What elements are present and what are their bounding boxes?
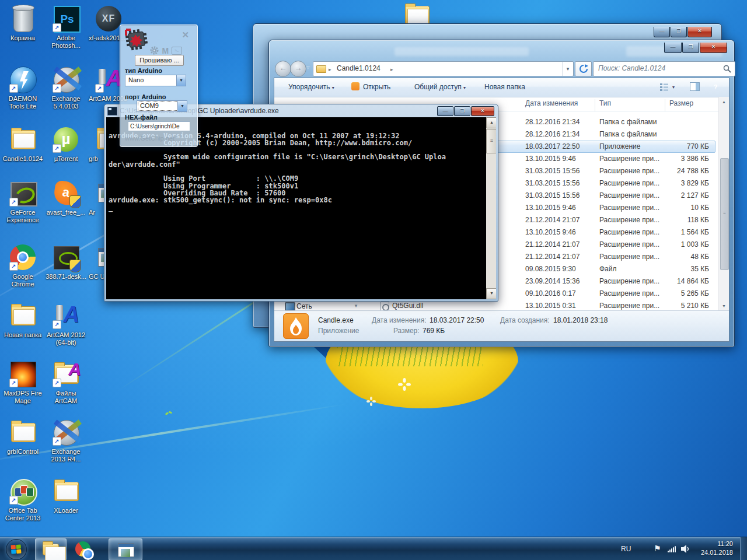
desktop-icon-geforce[interactable]: ↗ GeForce Experience [1, 179, 44, 224]
desktop-icon-artcam-2012[interactable]: A↗ ArtCAM 2012 (64-bit) [44, 302, 88, 346]
file-list-scrollbar[interactable]: ▲ ≡ ▼ [718, 97, 729, 311]
details-created-label: Дата создания: [500, 316, 550, 324]
desktop-icon-photoshop[interactable]: Ps↗ Adobe Photosh... [44, 5, 88, 50]
start-button[interactable] [6, 539, 27, 560]
desktop-icon-office-tab[interactable]: ↗ Office Tab Center 2013 [1, 477, 44, 522]
language-indicator[interactable]: RU [621, 545, 631, 560]
column-header-date[interactable]: Дата изменения [525, 99, 578, 111]
details-modified-label: Дата изменения: [372, 316, 427, 324]
clock-time: 11:20 [694, 540, 733, 548]
scroll-up-icon[interactable]: ▲ [486, 117, 496, 128]
icon-label: Новая папка [1, 331, 44, 339]
file-size: 118 КБ [653, 214, 709, 226]
tray-clock[interactable]: 11:20 24.01.2018 [694, 540, 733, 557]
folder-icon [11, 130, 36, 149]
search-box[interactable]: Поиск: Candle1.0124 [593, 61, 735, 76]
file-type: Расширение при... [599, 288, 659, 300]
close-icon[interactable]: ✕ [181, 30, 189, 40]
details-file-name: Candle.exe [318, 316, 354, 324]
file-name[interactable]: Qt5Gui.dll [392, 302, 423, 310]
address-bar[interactable]: ▸ Candle1.0124 ▸ ▾ [313, 61, 574, 76]
gc-uploader-window[interactable]: ✕ M >_ Прошиваю ... тип Arduino Nano ▾ п… [120, 24, 198, 147]
shortcut-arrow-icon: ↗ [53, 84, 61, 93]
desktop-icon-exchange-2013[interactable]: ↗ Exchange 2013 R4... [44, 418, 88, 463]
icon-label: µTorrent [44, 155, 88, 163]
nav-scroll-down-icon[interactable]: ▼ [354, 303, 358, 309]
column-divider[interactable] [595, 99, 595, 111]
open-button[interactable]: Открыть [363, 83, 390, 91]
column-header-type[interactable]: Тип [599, 99, 611, 111]
scroll-thumb[interactable]: ≡ [720, 158, 729, 270]
desktop-icon-new-folder[interactable]: Новая папка [1, 302, 44, 339]
icon-label: DAEMON Tools Lite [1, 95, 44, 110]
minimize-button[interactable]: — [664, 43, 682, 53]
flash-progress-button[interactable]: Прошиваю ... [135, 55, 184, 66]
organize-menu[interactable]: Упорядочить ▾ [288, 83, 334, 91]
minimize-button[interactable]: — [654, 27, 670, 37]
chrome-icon [75, 541, 90, 556]
view-dropdown-icon[interactable]: ▾ [672, 85, 675, 90]
back-button[interactable]: ← [275, 61, 291, 77]
column-divider[interactable] [665, 99, 665, 111]
maximize-button[interactable]: ❐ [682, 43, 699, 53]
network-icon[interactable] [668, 537, 677, 560]
action-center-flag-icon[interactable]: ⚑ [654, 544, 661, 560]
arduino-port-select[interactable]: COM9 ▾ [137, 100, 187, 112]
scroll-down-icon[interactable]: ▼ [719, 301, 729, 311]
maximize-button[interactable]: ❐ [671, 27, 687, 37]
file-size: 24 788 КБ [653, 165, 709, 177]
hex-file-input[interactable]: C:\Users\grinch\De [128, 121, 190, 131]
desktop-icon-recycle-bin[interactable]: Корзина [1, 5, 44, 42]
folder-icon [54, 482, 79, 501]
close-button[interactable]: ✕ [687, 27, 712, 37]
desktop-icon-grblcontrol[interactable]: grblControl [1, 418, 44, 456]
desktop-icon-maxdps[interactable]: ↗ MaxDPS Fire Mage [1, 360, 44, 405]
desktop-icon-xloader[interactable]: XLoader [44, 477, 88, 514]
m-mode-icon[interactable]: M [162, 46, 169, 55]
view-list-icon[interactable] [659, 82, 669, 92]
console-scrollbar[interactable]: ▲ ≡ ▼ [486, 117, 496, 299]
nav-item-network[interactable]: Сеть [296, 302, 312, 310]
desktop-icon-nvidia-driver[interactable]: 388.71-desk... [44, 243, 88, 281]
taskbar-chrome-button[interactable] [69, 538, 97, 559]
icon-label: Adobe Photosh... [44, 34, 88, 50]
taskbar-app-button[interactable] [109, 538, 142, 560]
desktop-icon-chrome[interactable]: ↗ Google Chrome [1, 243, 44, 288]
close-button[interactable]: ✕ [471, 106, 494, 116]
arduino-type-label: тип Arduino [125, 67, 162, 74]
desktop-icon-daemon-tools[interactable]: ↗ DAEMON Tools Lite [1, 65, 44, 110]
desktop-icon-artcam-files[interactable]: A↗ Файлы ArtCAM [44, 360, 88, 405]
new-folder-button[interactable]: Новая папка [484, 83, 525, 91]
desktop-icon-candle-folder[interactable]: Candle1.0124 [1, 125, 44, 163]
scroll-down-icon[interactable]: ▼ [486, 288, 496, 299]
desktop-icon-utorrent[interactable]: µ↗ µTorrent [44, 125, 88, 163]
minimize-button[interactable]: — [437, 106, 453, 116]
desktop-icon-avast[interactable]: a avast_free_... [44, 179, 88, 216]
refresh-button[interactable] [575, 61, 592, 76]
file-date: 31.03.2015 15:56 [525, 177, 580, 190]
breadcrumb[interactable]: Candle1.0124 [337, 64, 381, 72]
address-dropdown-icon[interactable]: ▾ [562, 62, 573, 76]
file-type: Расширение при... [599, 251, 659, 263]
terminal-icon[interactable]: >_ [172, 47, 182, 55]
desktop-icon-exchange[interactable]: ↗ Exchange 5.4.0103 [44, 65, 88, 110]
chevron-down-icon: ▾ [176, 75, 186, 86]
file-date: 21.12.2014 21:07 [525, 251, 580, 263]
maximize-button[interactable]: ❐ [454, 106, 470, 116]
forward-button[interactable]: → [290, 61, 306, 77]
history-dropdown-icon[interactable]: ▽ [306, 65, 309, 70]
uac-shield-icon [69, 195, 81, 208]
gear-icon[interactable] [149, 46, 159, 55]
show-desktop-button[interactable] [740, 537, 747, 560]
scroll-up-icon[interactable]: ▲ [719, 97, 729, 107]
help-icon[interactable]: ? [711, 82, 720, 92]
shortcut-arrow-icon: ↗ [53, 320, 61, 329]
arduino-type-select[interactable]: Nano ▾ [125, 75, 186, 86]
volume-icon[interactable] [680, 544, 690, 560]
preview-pane-icon[interactable] [690, 82, 700, 91]
column-header-size[interactable]: Размер [669, 99, 693, 111]
scroll-thumb[interactable]: ≡ [486, 129, 496, 153]
close-button[interactable]: ✕ [700, 43, 727, 53]
share-menu[interactable]: Общий доступ ▾ [414, 83, 466, 91]
taskbar-explorer-button[interactable] [35, 538, 67, 560]
